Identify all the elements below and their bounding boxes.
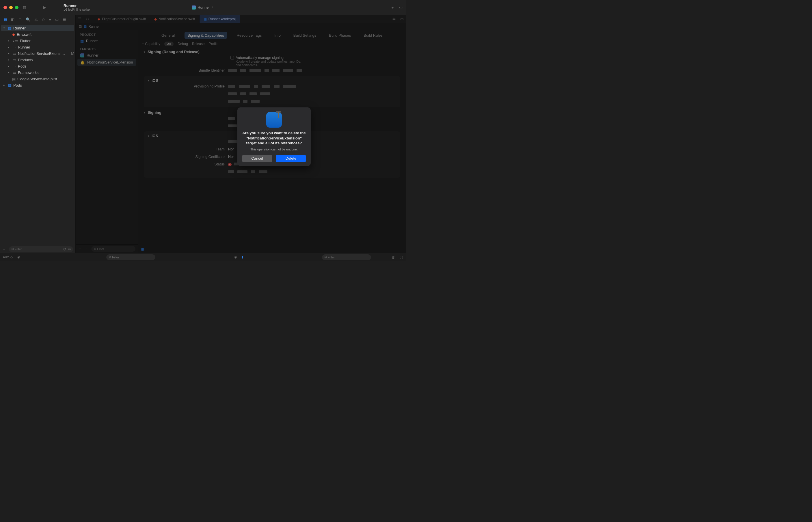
xcode-app-icon <box>266 112 282 127</box>
list-icon[interactable]: ☰ <box>25 255 28 259</box>
filter-icon: ⊜ <box>324 255 327 259</box>
git-branch: ⎇ levi/inline-spike <box>63 8 90 12</box>
cancel-button[interactable]: Cancel <box>242 155 272 162</box>
trash-icon[interactable]: 🗑 <box>392 256 395 259</box>
scm-badge: M <box>71 52 74 56</box>
folder-products[interactable]: ▸▭ Products <box>1 57 74 63</box>
navigator-filter[interactable]: ⊜ Filter ◔ ▭ <box>9 246 73 252</box>
dialog-title: Are you sure you want to delete the "Not… <box>242 130 306 146</box>
tree-root-label: Runner <box>13 26 26 30</box>
minimize-window[interactable] <box>9 6 13 9</box>
issue-nav-icon[interactable]: ⚠ <box>34 17 38 22</box>
debug-area-bar: Auto ◇ ◉ ☰ ⊜ Filter ◉ ▮ ⊜ Filter 🗑 ▯▯ <box>0 253 406 261</box>
svg-rect-1 <box>278 112 279 118</box>
window-titlebar: ▥ ▶ Runner ⎇ levi/inline-spike Runner 〉 … <box>0 0 406 15</box>
eye-icon[interactable]: ◉ <box>234 255 237 259</box>
file-tree-root[interactable]: ▾▦ Runner <box>1 25 74 31</box>
folder-pods[interactable]: ▸▭ Pods <box>1 63 74 69</box>
navigator-footer: ＋ ⊜ Filter ◔ ▭ <box>0 245 75 253</box>
file-tree[interactable]: ▾▦ Runner ◆ Env.swift ▸▸▭ Flutter ▸▭ Run… <box>0 24 75 245</box>
titlebar-project: Runner ⎇ levi/inline-spike <box>63 3 90 12</box>
report-nav-icon[interactable]: ☰ <box>63 17 66 22</box>
scm-filter-icon[interactable]: ▭ <box>68 247 71 251</box>
panel-split-icon[interactable]: ▯▯ <box>400 255 403 259</box>
folder-nav-icon[interactable]: ▦ <box>3 17 7 22</box>
sidebar-toggle-icon[interactable]: ▥ <box>22 5 26 9</box>
zoom-window[interactable] <box>15 6 19 9</box>
project-navigator: ▦ ◧ ◻ 🔍 ⚠ ◇ ≡ ▭ ☰ ▾▦ Runner ◆ Env.swift … <box>0 15 76 253</box>
breakpoint-toggle-icon[interactable]: ▮ <box>242 255 243 259</box>
folder-notification-ext[interactable]: ▸▭ NotificationServiceExtensi… M <box>1 50 74 57</box>
folder-flutter[interactable]: ▸▸▭ Flutter <box>1 38 74 44</box>
close-window[interactable] <box>3 6 7 9</box>
run-icon[interactable]: ▶ <box>43 5 46 9</box>
file-google-plist[interactable]: ▤ GoogleService-Info.plist <box>1 76 74 82</box>
navigator-toolbar: ▦ ◧ ◻ 🔍 ⚠ ◇ ≡ ▭ ☰ <box>0 15 75 24</box>
filter-icon: ⊜ <box>11 247 14 251</box>
plus-icon[interactable]: ＋ <box>391 5 394 10</box>
bookmark-nav-icon[interactable]: ◻ <box>19 17 22 22</box>
file-env-swift[interactable]: ◆ Env.swift <box>1 31 74 38</box>
plist-file-icon: ▤ <box>12 77 16 81</box>
delete-button[interactable]: Delete <box>276 155 306 162</box>
test-nav-icon[interactable]: ◇ <box>42 17 45 22</box>
editor-area: ☰ 〈 〉 ◆ FlightCustomerIoPlugin.swift ◆ N… <box>76 15 406 253</box>
filter-icon: ⊜ <box>108 255 111 259</box>
folder-runner[interactable]: ▸▭ Runner <box>1 44 74 50</box>
add-file-icon[interactable]: ＋ <box>2 246 6 252</box>
dialog-subtitle: This operation cannot be undone. <box>242 147 306 151</box>
project-name: Runner <box>63 3 90 8</box>
variables-filter[interactable]: ⊜ Filter <box>106 254 155 260</box>
debug-nav-icon[interactable]: ≡ <box>49 17 51 22</box>
folder-frameworks[interactable]: ▸▭ Frameworks <box>1 69 74 76</box>
eye-icon[interactable]: ◉ <box>17 255 20 259</box>
library-icon[interactable]: ▭ <box>399 5 402 9</box>
auto-variables-label[interactable]: Auto ◇ <box>3 255 13 259</box>
find-nav-icon[interactable]: 🔍 <box>26 17 30 22</box>
app-icon <box>192 5 196 9</box>
titlebar-breadcrumb[interactable]: Runner 〉 <box>192 5 214 9</box>
breakpoint-nav-icon[interactable]: ▭ <box>55 17 59 22</box>
delete-target-dialog: Are you sure you want to delete the "Not… <box>237 107 311 166</box>
clock-icon[interactable]: ◔ <box>63 247 66 251</box>
console-filter[interactable]: ⊜ Filter <box>322 254 371 260</box>
swift-file-icon: ◆ <box>12 32 15 37</box>
traffic-lights <box>3 6 19 9</box>
source-control-nav-icon[interactable]: ◧ <box>11 17 15 22</box>
file-tree-root-pods[interactable]: ▸▦ Pods <box>1 82 74 88</box>
